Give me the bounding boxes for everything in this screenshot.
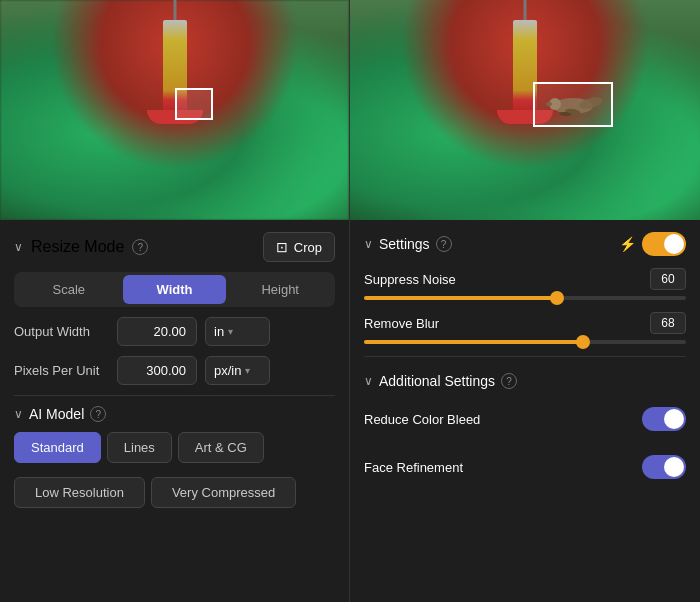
resize-mode-row: ∨ Resize Mode ? ⊡ Crop — [14, 232, 335, 262]
remove-blur-fill — [364, 340, 583, 344]
lightning-icon: ⚡ — [619, 236, 636, 252]
face-refinement-toggle[interactable] — [642, 455, 686, 479]
model-button-row-2: Low Resolution Very Compressed — [14, 477, 335, 508]
left-panel: ∨ Resize Mode ? ⊡ Crop Scale Width Heigh… — [0, 0, 350, 602]
output-width-input[interactable] — [117, 317, 197, 346]
suppress-noise-section: Suppress Noise 60 — [364, 268, 686, 300]
unit-chevron-icon: ▾ — [228, 326, 233, 337]
remove-blur-value[interactable]: 68 — [650, 312, 686, 334]
additional-settings-help[interactable]: ? — [501, 373, 517, 389]
suppress-noise-label: Suppress Noise — [364, 272, 456, 287]
model-low-res-button[interactable]: Low Resolution — [14, 477, 145, 508]
model-lines-button[interactable]: Lines — [107, 432, 172, 463]
scale-button[interactable]: Scale — [17, 275, 121, 304]
divider-1 — [14, 395, 335, 396]
face-refinement-knob — [664, 457, 684, 477]
right-controls: ∨ Settings ? ⚡ Suppress Noise 60 — [350, 220, 700, 602]
additional-settings-header: ∨ Additional Settings ? — [364, 373, 686, 389]
pixels-per-unit-row: Pixels Per Unit px/in ▾ — [14, 356, 335, 385]
ai-model-chevron[interactable]: ∨ — [14, 407, 23, 421]
reduce-color-bleed-row: Reduce Color Bleed — [364, 401, 686, 437]
left-image-area — [0, 0, 349, 220]
resize-mode-label: Resize Mode — [31, 238, 124, 256]
remove-blur-thumb[interactable] — [576, 335, 590, 349]
remove-blur-header: Remove Blur 68 — [364, 312, 686, 334]
reduce-color-bleed-toggle[interactable] — [642, 407, 686, 431]
height-button[interactable]: Height — [228, 275, 332, 304]
settings-label: Settings — [379, 236, 430, 252]
settings-help[interactable]: ? — [436, 236, 452, 252]
pixels-per-unit-select[interactable]: px/in ▾ — [205, 356, 270, 385]
suppress-noise-header: Suppress Noise 60 — [364, 268, 686, 290]
settings-chevron[interactable]: ∨ — [364, 237, 373, 251]
width-button[interactable]: Width — [123, 275, 227, 304]
output-width-row: Output Width in ▾ — [14, 317, 335, 346]
suppress-noise-track[interactable] — [364, 296, 686, 300]
reduce-color-bleed-label: Reduce Color Bleed — [364, 412, 480, 427]
reduce-color-bleed-knob — [664, 409, 684, 429]
right-feeder-wire — [524, 0, 527, 20]
crop-icon: ⊡ — [276, 239, 288, 255]
pixels-per-unit-label: Pixels Per Unit — [14, 363, 109, 378]
suppress-noise-thumb[interactable] — [550, 291, 564, 305]
model-button-group: Standard Lines Art & CG — [14, 432, 335, 463]
resize-mode-help[interactable]: ? — [132, 239, 148, 255]
ai-model-header: ∨ AI Model ? — [14, 406, 335, 422]
remove-blur-track[interactable] — [364, 340, 686, 344]
right-image-area — [350, 0, 700, 220]
suppress-noise-value[interactable]: 60 — [650, 268, 686, 290]
settings-toggle-knob — [664, 234, 684, 254]
resize-mode-chevron[interactable]: ∨ — [14, 240, 23, 254]
bird-image — [543, 88, 603, 118]
svg-point-3 — [546, 102, 552, 106]
remove-blur-section: Remove Blur 68 — [364, 312, 686, 344]
face-refinement-row: Face Refinement — [364, 449, 686, 485]
additional-chevron[interactable]: ∨ — [364, 374, 373, 388]
crop-selection-box[interactable] — [175, 88, 213, 120]
divider-right — [364, 356, 686, 357]
output-width-label: Output Width — [14, 324, 109, 339]
output-width-unit-select[interactable]: in ▾ — [205, 317, 270, 346]
model-standard-button[interactable]: Standard — [14, 432, 101, 463]
face-refinement-label: Face Refinement — [364, 460, 463, 475]
right-panel: ∨ Settings ? ⚡ Suppress Noise 60 — [350, 0, 700, 602]
pixels-per-unit-input[interactable] — [117, 356, 197, 385]
ppu-chevron-icon: ▾ — [245, 365, 250, 376]
settings-toggle-group: ⚡ — [619, 232, 686, 256]
remove-blur-label: Remove Blur — [364, 316, 439, 331]
left-controls: ∨ Resize Mode ? ⊡ Crop Scale Width Heigh… — [0, 220, 349, 602]
model-artcg-button[interactable]: Art & CG — [178, 432, 264, 463]
crop-button[interactable]: ⊡ Crop — [263, 232, 335, 262]
model-very-compressed-button[interactable]: Very Compressed — [151, 477, 296, 508]
dimension-toggle-group: Scale Width Height — [14, 272, 335, 307]
feeder-wire — [173, 0, 176, 20]
settings-header: ∨ Settings ? ⚡ — [364, 232, 686, 256]
suppress-noise-fill — [364, 296, 557, 300]
settings-toggle-switch[interactable] — [642, 232, 686, 256]
ai-model-help[interactable]: ? — [90, 406, 106, 422]
